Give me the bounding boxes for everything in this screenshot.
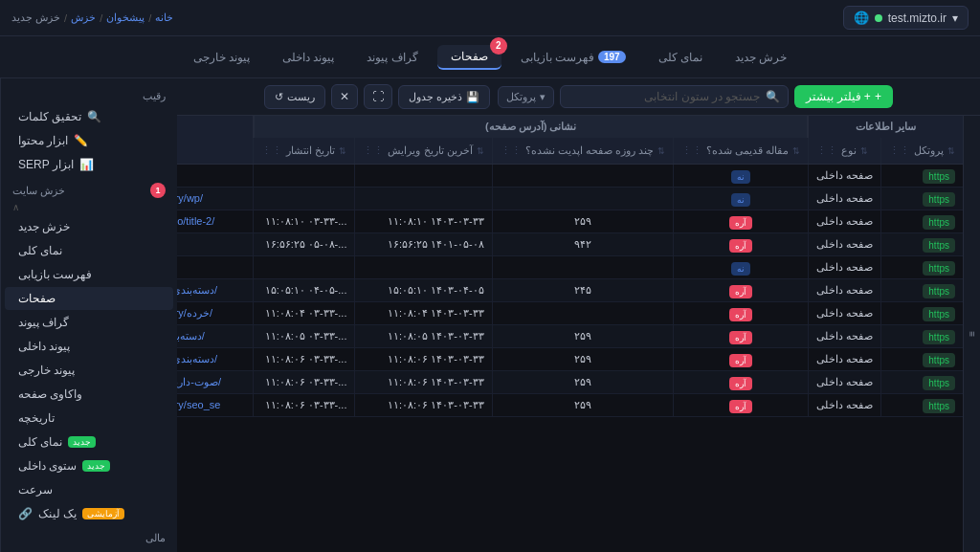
site-selector[interactable]: ▾ test.mizto.ir 🌐 [843,6,969,30]
tab-safahat[interactable]: 2 صفحات [437,45,501,70]
td-type: صفحه داخلی [808,210,880,233]
td-published [254,165,355,188]
tab-internal-link[interactable]: پیوند داخلی [269,46,347,69]
expand-button[interactable]: ⛶ [364,84,392,109]
protocol-badge: https [923,238,955,253]
tab-fehrest[interactable]: 197 فهرست بازیابی [507,46,639,69]
drag-icon[interactable]: ⋮⋮ [681,144,702,157]
sidebar-item-speed[interactable]: سرعت [5,478,173,501]
table-section: ≡ سایر اطلاعات نشانی (آدرس صفحه) [177,116,980,552]
td-type: صفحه داخلی [808,279,880,302]
sidebar-item-serp-tool[interactable]: 📊 ابزار SERP [5,153,173,176]
td-days: ۲۵۹ [492,210,673,233]
breadcrumb-dashboard[interactable]: پیشخوان [106,11,145,24]
td-type: صفحه داخلی [808,348,880,371]
save-icon: 💾 [466,91,479,103]
drag-icon[interactable]: ⋮⋮ [261,144,282,157]
tab-label: خرش جدید [735,51,787,64]
link-icon: 🔗 [18,507,33,520]
chevron-down-icon: ▾ [952,11,958,25]
sort-icon: ⇅ [477,146,484,156]
td-published: ...-۰۳-۳۳ ۱۱:۰۸:۰۶ [254,348,355,371]
table-wrapper[interactable]: سایر اطلاعات نشانی (آدرس صفحه) ⇅ [177,116,963,552]
sidebar-item-orders[interactable]: 🛒 سفارشات [5,547,173,552]
sidebar-item-overview2[interactable]: جدید نمای کلی [5,431,173,453]
section-url-header [177,116,254,138]
top-bar: ▾ test.mizto.ir 🌐 خانه / پیشخوان / خزش /… [0,0,980,36]
status-tag: آره [729,400,752,413]
status-tag: آره [729,331,752,344]
td-last-edit: ۱۴۰۱-۰۵-۰۸ ۱۶:۵۶:۲۵ [355,233,492,256]
save-table-button[interactable]: 💾 ذخیره جدول [398,85,490,109]
breadcrumb-home[interactable]: خانه [155,11,173,24]
sort-icon: ⇅ [792,146,800,156]
drag-icon[interactable]: ⋮⋮ [889,144,910,157]
breadcrumb-crawl[interactable]: خزش [71,11,96,24]
sidebar-item-recovery-list[interactable]: فهرست بازیابی [5,263,173,286]
drag-icon[interactable]: ⋮⋮ [363,144,384,157]
sidebar-item-internal-links[interactable]: پیوند داخلی [5,335,173,358]
status-tag: نه [731,262,750,276]
th-type: ⇅ نوع ⋮⋮ [808,138,880,165]
sidebar-item-page-analysis[interactable]: واکاوی صفحه [5,383,173,406]
protocol-badge: https [923,192,955,207]
status-tag: آره [729,216,752,230]
filter-more-button[interactable]: + + فیلتر بیشتر [794,85,893,108]
search-input[interactable] [568,90,760,103]
sidebar-collapse[interactable]: ∧ [1,200,177,214]
tab-badge: 197 [598,51,626,63]
sidebar-section-rival: رقیب [1,84,177,104]
td-last-edit: ۱۴۰۳-۰۳-۳۳ ۱۱:۰۸:۰۶ [355,394,492,417]
table-side-bar: ≡ [963,116,980,552]
sidebar-item-one-link[interactable]: آزمایشی یک لینک 🔗 [5,502,173,525]
sidebar-item-new-crawl[interactable]: خزش جدید [5,215,173,238]
toolbar-right: + + فیلتر بیشتر 🔍 ▾ پروتکل [498,85,893,108]
drag-icon[interactable]: ⋮⋮ [816,144,837,157]
sidebar-item-external-links[interactable]: پیوند خارجی [5,359,173,382]
tab-namayi-koli[interactable]: نمای کلی [645,46,716,69]
search-box: 🔍 [560,85,789,108]
td-type: صفحه داخلی [808,302,880,325]
table-row: https صفحه داخلی آره ۲۵۹ ۱۴۰۳-۰۳-۳۳ ۱۱:۰… [177,371,963,394]
td-old-article: آره [673,302,808,325]
sidebar-item-link-graph[interactable]: گراف پیوند [5,311,173,334]
status-tag: نه [731,193,750,207]
th-last-edit: ⇅ آخرین تاریخ ویرایش ⋮⋮ [355,138,492,165]
td-last-edit: ۱۴۰۳-۰۳-۳۳ ۱۱:۰۸:۰۵ [355,325,492,348]
status-tag: آره [729,308,752,321]
reset-button[interactable]: ریست ↺ [264,85,325,109]
td-url: 🔒test.mizto.ir/دسته‌بندی‌شده/4/ [177,279,254,302]
status-tag: آره [729,239,752,253]
tab-graf[interactable]: گراف پیوند [353,46,431,69]
sidebar-item-pages[interactable]: صفحات [5,287,173,310]
col-select-label: پروتکل [506,91,536,103]
sidebar-item-overview[interactable]: نمای کلی [5,239,173,262]
sidebar-item-content-tool[interactable]: ✏️ ابزار محتوا [5,129,173,152]
sidebar-item-history[interactable]: تاریخچه [5,407,173,430]
td-days: ۲۴۵ [492,279,673,302]
td-days: ۲۵۹ [492,348,673,371]
td-days [492,165,673,188]
column-select[interactable]: ▾ پروتکل [498,86,554,108]
drag-icon[interactable]: ⋮⋮ [501,144,522,157]
tab-kharsh-jadid[interactable]: خرش جدید [722,46,800,69]
td-protocol: https [881,394,964,417]
protocol-badge: https [923,215,955,230]
sidebar-item-keyword-research[interactable]: 🔍 تحقیق کلمات [5,105,173,128]
th-days: ⇅ چند روزه صفحه اپدیت نشده؟ ⋮⋮ [492,138,673,165]
td-protocol: https [881,256,964,279]
td-published: ...-۰۳-۳۳ ۱۱:۰۸:۰۵ [254,325,355,348]
nav-tabs: خرش جدید نمای کلی 197 فهرست بازیابی 2 صف… [0,36,980,78]
td-days [492,256,673,279]
table-body: https صفحه داخلی نه 🔒test.mizto.ir/ http… [177,165,963,417]
td-type: صفحه داخلی [808,233,880,256]
tab-external-link[interactable]: پیوند خارجی [180,46,263,69]
crawl-section-title: خزش سایت [12,185,65,197]
td-days: ۲۵۹ [492,394,673,417]
td-old-article: نه [673,256,808,279]
sidebar: رقیب 🔍 تحقیق کلمات ✏️ ابزار محتوا 📊 ابزا… [0,78,177,552]
table-row: https صفحه داخلی نه 🔒test.mizto.ir/ [177,165,963,188]
sidebar-item-internal-column[interactable]: جدید ستوی داخلی [5,454,173,477]
td-last-edit [355,256,492,279]
close-button[interactable]: ✕ [331,84,358,109]
